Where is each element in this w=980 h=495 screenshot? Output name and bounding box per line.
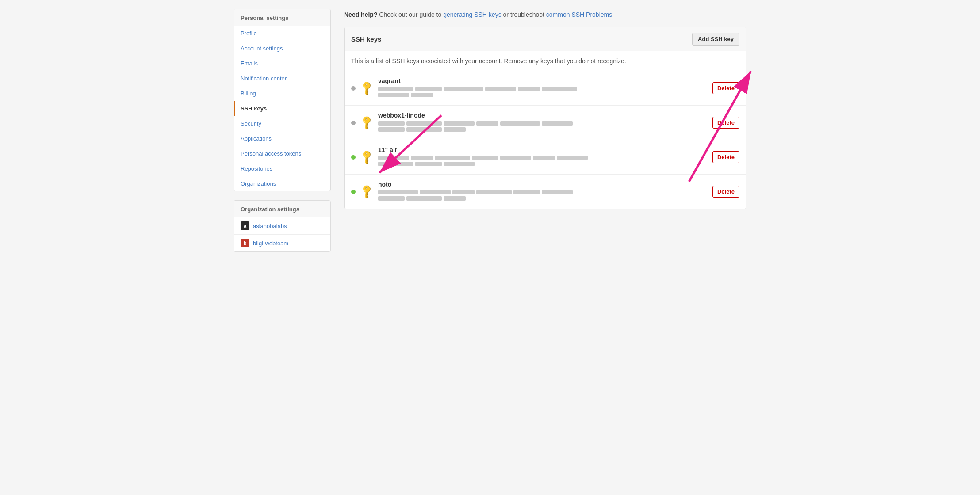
sidebar-item-security[interactable]: Security — [234, 116, 330, 131]
org-avatar-bilgi: b — [241, 239, 249, 248]
key-status-dot-noto — [351, 190, 356, 194]
key-name-webbox: webbox1-linode — [378, 112, 707, 119]
ssh-description: This is a list of SSH keys associated wi… — [345, 51, 746, 71]
key-info-noto: noto — [378, 181, 707, 202]
org-label-aslanobalabs: aslanobalabs — [253, 223, 287, 229]
key-name-air: 11" air — [378, 146, 707, 153]
add-ssh-key-button[interactable]: Add SSH key — [692, 33, 739, 46]
ssh-keys-header: SSH keys Add SSH key — [345, 27, 746, 51]
org-settings-title: Organization settings — [234, 201, 330, 217]
org-label-bilgi: bilgi-webteam — [253, 240, 288, 247]
key-fingerprint-air — [378, 156, 707, 160]
sidebar-item-ssh-keys[interactable]: SSH keys — [234, 101, 330, 116]
key-icon-noto: 🔑 — [359, 183, 375, 200]
common-ssh-link[interactable]: common SSH Problems — [546, 11, 612, 18]
sidebar: Personal settings Profile Account settin… — [234, 9, 331, 486]
key-name-vagrant: vagrant — [378, 77, 707, 84]
help-prefix: Need help? — [344, 11, 377, 18]
help-text: Need help? Check out our guide to genera… — [344, 9, 746, 20]
sidebar-item-orgs[interactable]: Organizations — [234, 176, 330, 191]
delete-button-webbox[interactable]: Delete — [712, 117, 739, 129]
org-avatar-aslanobalabs: a — [241, 221, 249, 230]
key-fingerprint2-air — [378, 162, 707, 166]
sidebar-item-applications[interactable]: Applications — [234, 131, 330, 146]
ssh-key-row-vagrant: 🔑 vagrant — [345, 71, 746, 106]
key-status-dot-webbox — [351, 121, 356, 125]
key-status-dot-air — [351, 155, 356, 160]
sidebar-item-tokens[interactable]: Personal access tokens — [234, 146, 330, 161]
ssh-key-row-webbox: 🔑 webbox1-linode — [345, 106, 746, 140]
ssh-keys-box: SSH keys Add SSH key This is a list of S… — [344, 27, 746, 209]
sidebar-item-org-aslanobalabs[interactable]: a aslanobalabs — [234, 217, 330, 235]
key-icon-vagrant: 🔑 — [359, 80, 375, 96]
key-fingerprint-noto — [378, 190, 707, 194]
key-status-dot-vagrant — [351, 86, 356, 91]
sidebar-item-emails[interactable]: Emails — [234, 56, 330, 71]
ssh-key-row-air: 🔑 11" air — [345, 140, 746, 175]
key-name-noto: noto — [378, 181, 707, 188]
ssh-keys-area: SSH keys Add SSH key This is a list of S… — [344, 27, 746, 209]
key-info-webbox: webbox1-linode — [378, 112, 707, 133]
ssh-key-row-noto: 🔑 noto — [345, 175, 746, 209]
delete-button-vagrant[interactable]: Delete — [712, 82, 739, 94]
key-fingerprint-vagrant — [378, 87, 707, 91]
key-info-vagrant: vagrant — [378, 77, 707, 99]
key-fingerprint2-vagrant — [378, 93, 707, 97]
key-icon-webbox: 🔑 — [359, 114, 375, 131]
key-info-air: 11" air — [378, 146, 707, 168]
key-fingerprint2-webbox — [378, 127, 707, 132]
sidebar-item-notifications[interactable]: Notification center — [234, 71, 330, 86]
ssh-keys-link[interactable]: generating SSH keys — [443, 11, 501, 18]
sidebar-item-org-bilgi[interactable]: b bilgi-webteam — [234, 235, 330, 251]
sidebar-item-account[interactable]: Account settings — [234, 41, 330, 56]
delete-button-air[interactable]: Delete — [712, 151, 739, 163]
key-fingerprint2-noto — [378, 196, 707, 201]
sidebar-item-billing[interactable]: Billing — [234, 86, 330, 101]
sidebar-item-profile[interactable]: Profile — [234, 26, 330, 41]
personal-settings-section: Personal settings Profile Account settin… — [234, 9, 331, 191]
key-fingerprint-webbox — [378, 121, 707, 126]
org-settings-section: Organization settings a aslanobalabs b b… — [234, 200, 331, 252]
personal-settings-title: Personal settings — [234, 9, 330, 26]
ssh-keys-title: SSH keys — [351, 35, 381, 43]
main-content: Need help? Check out our guide to genera… — [344, 9, 746, 486]
key-icon-air: 🔑 — [359, 149, 375, 165]
sidebar-item-repos[interactable]: Repositories — [234, 161, 330, 176]
delete-button-noto[interactable]: Delete — [712, 186, 739, 198]
